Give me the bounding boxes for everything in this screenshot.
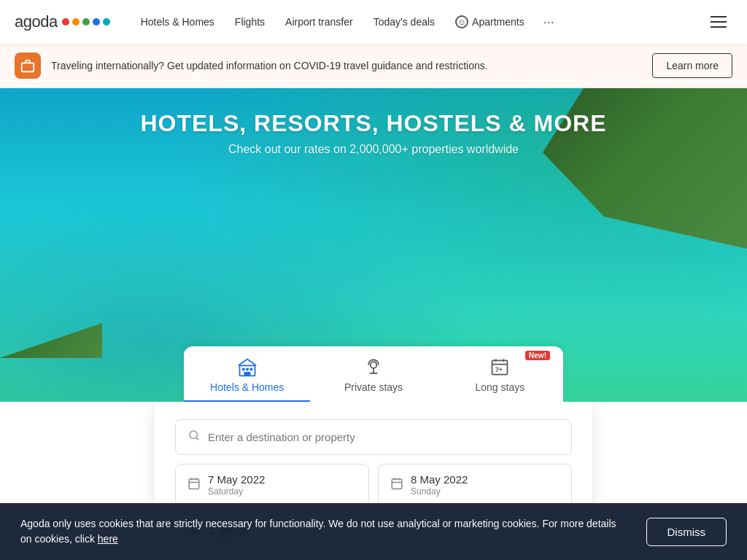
svg-rect-2	[246, 368, 249, 371]
svg-point-8	[190, 431, 198, 439]
logo-text: agoda	[15, 12, 58, 31]
checkout-day: Sunday	[411, 486, 468, 497]
navbar-left: agoda Hotels & Homes Flights Airport tra…	[15, 9, 562, 36]
learn-more-button[interactable]: Learn more	[652, 53, 732, 78]
banner-text: Traveling internationally? Get updated i…	[51, 60, 642, 71]
nav-links: Hotels & Homes Flights Airport transfer …	[132, 9, 562, 36]
logo-dot	[62, 18, 69, 26]
checkin-field[interactable]: 7 May 2022 Saturday	[175, 464, 369, 506]
tab-long[interactable]: New! 7+ Long stays	[437, 346, 563, 402]
svg-text:7+: 7+	[495, 366, 503, 373]
hero-section: HOTELS, RESORTS, HOSTELS & MORE Check ou…	[0, 88, 747, 402]
logo-dot	[103, 18, 110, 26]
svg-rect-10	[392, 479, 402, 489]
apartments-icon: ⊙	[455, 15, 468, 28]
logo-dot	[82, 18, 90, 26]
new-badge: New!	[525, 351, 550, 360]
hero-content: HOTELS, RESORTS, HOSTELS & MORE Check ou…	[0, 88, 747, 156]
private-tab-icon	[363, 357, 384, 377]
logo-dot	[93, 18, 100, 26]
checkin-day: Saturday	[208, 486, 265, 497]
svg-rect-9	[189, 479, 199, 489]
tab-private[interactable]: Private stays	[310, 346, 436, 402]
logo-dots	[62, 18, 110, 26]
tab-long-label: Long stays	[475, 381, 525, 393]
checkin-calendar-icon	[187, 477, 201, 494]
navbar: agoda Hotels & Homes Flights Airport tra…	[0, 0, 747, 44]
more-button[interactable]: ···	[536, 9, 562, 36]
checkout-field[interactable]: 8 May 2022 Sunday	[378, 464, 572, 506]
nav-link-apartments[interactable]: ⊙ Apartments	[446, 9, 533, 34]
hero-title: HOTELS, RESORTS, HOSTELS & MORE	[0, 110, 747, 137]
cookie-text: Agoda only uses cookies that are strictl…	[20, 516, 626, 547]
hero-subtitle: Check out our rates on 2,000,000+ proper…	[0, 143, 747, 156]
checkout-date: 8 May 2022	[411, 473, 468, 486]
svg-rect-1	[242, 368, 245, 371]
search-icon	[187, 429, 201, 446]
nav-link-deals[interactable]: Today's deals	[365, 10, 444, 34]
tab-hotels[interactable]: Hotels & Homes	[184, 346, 310, 402]
search-container: Hotels & Homes Private stays New! 7+	[184, 346, 563, 402]
cookie-banner: Agoda only uses cookies that are strictl…	[0, 503, 747, 560]
nav-link-airport[interactable]: Airport transfer	[276, 10, 362, 34]
checkout-calendar-icon	[390, 477, 403, 494]
covid-banner: Traveling internationally? Get updated i…	[0, 44, 747, 88]
tab-hotels-label: Hotels & Homes	[210, 381, 284, 393]
nav-link-hotels[interactable]: Hotels & Homes	[132, 10, 223, 34]
suitcase-icon	[20, 58, 36, 74]
dismiss-button[interactable]: Dismiss	[646, 518, 727, 546]
hamburger-menu[interactable]	[705, 10, 732, 34]
hotels-tab-icon	[237, 357, 258, 377]
logo[interactable]: agoda	[15, 12, 110, 31]
checkin-date: 7 May 2022	[208, 473, 265, 486]
checkout-info: 8 May 2022 Sunday	[411, 473, 468, 497]
dates-row: 7 May 2022 Saturday 8 May 2022 Sunday	[175, 464, 572, 506]
logo-dot	[72, 18, 80, 26]
banner-icon	[15, 52, 41, 79]
svg-rect-3	[249, 368, 252, 371]
svg-point-5	[371, 362, 377, 368]
svg-rect-4	[244, 372, 250, 376]
nav-link-flights[interactable]: Flights	[226, 10, 274, 34]
destination-input[interactable]	[208, 431, 560, 443]
cookie-link[interactable]: here	[98, 533, 118, 545]
tabs-bar: Hotels & Homes Private stays New! 7+	[184, 346, 563, 402]
tab-private-label: Private stays	[344, 381, 403, 393]
destination-field[interactable]	[175, 419, 572, 455]
long-stays-tab-icon: 7+	[489, 357, 510, 377]
checkin-info: 7 May 2022 Saturday	[208, 473, 265, 497]
